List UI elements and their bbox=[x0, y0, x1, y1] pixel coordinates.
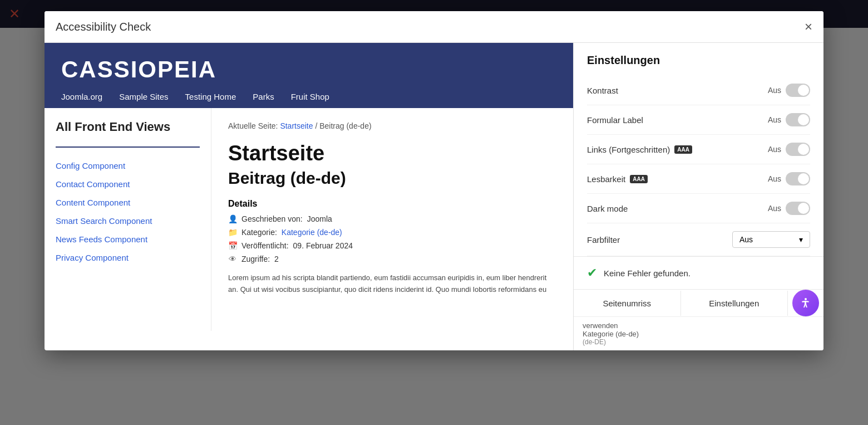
nav-item-joomla[interactable]: Joomla.org bbox=[61, 92, 102, 108]
setting-name-lesbarkeit: Lesbarkeit bbox=[587, 174, 625, 184]
detail-author: 👤 Geschrieben von: Joomla bbox=[228, 214, 556, 223]
modal-body: CASSIOPEIA Joomla.org Sample Sites Testi… bbox=[45, 43, 823, 350]
sidebar-item-news-feeds[interactable]: News Feeds Component bbox=[45, 230, 211, 248]
setting-value-formular: Aus bbox=[768, 115, 781, 124]
modal-header: Accessibility Check × bbox=[45, 11, 823, 43]
published-prefix: Veröffentlicht: bbox=[241, 241, 289, 250]
setting-label-formular: Formular Label bbox=[587, 115, 643, 125]
no-errors-text: Keine Fehler gefunden. bbox=[604, 268, 691, 278]
farbfilter-value: Aus bbox=[739, 235, 753, 244]
setting-control-formular: Aus bbox=[768, 113, 810, 126]
check-icon: ✔ bbox=[587, 266, 597, 280]
sidebar-item-contact[interactable]: Contact Component bbox=[45, 175, 211, 193]
accessibility-fab-button[interactable] bbox=[792, 290, 819, 316]
setting-label-darkmode: Dark mode bbox=[587, 204, 628, 213]
setting-name-kontrast: Kontrast bbox=[587, 86, 618, 95]
site-main: All Front End Views Config Component Con… bbox=[45, 108, 573, 331]
svg-point-0 bbox=[805, 298, 807, 300]
setting-value-kontrast: Aus bbox=[768, 86, 781, 95]
site-sidebar: All Front End Views Config Component Con… bbox=[45, 108, 211, 331]
setting-control-kontrast: Aus bbox=[768, 84, 810, 97]
setting-label-farbfilter: Farbfilter bbox=[587, 235, 620, 245]
setting-toggle-lesbarkeit[interactable] bbox=[786, 172, 810, 185]
detail-views: 👁 Zugriffe: 2 bbox=[228, 255, 556, 263]
breadcrumb-prefix: Aktuelle Seite: bbox=[228, 121, 278, 130]
breadcrumb-home[interactable]: Startseite bbox=[280, 121, 313, 130]
author-value: Joomla bbox=[307, 214, 332, 223]
right-extra-locale: (de-DE) bbox=[583, 338, 815, 346]
sidebar-item-config[interactable]: Config Component bbox=[45, 157, 211, 175]
nav-item-parks[interactable]: Parks bbox=[253, 92, 274, 108]
website-preview: CASSIOPEIA Joomla.org Sample Sites Testi… bbox=[45, 43, 573, 350]
setting-control-lesbarkeit: Aus bbox=[768, 172, 810, 185]
page-sub-title: Beitrag (de-de) bbox=[228, 169, 556, 188]
setting-name-darkmode: Dark mode bbox=[587, 204, 628, 213]
farbfilter-dropdown[interactable]: Aus ▾ bbox=[732, 231, 810, 248]
sidebar-item-privacy[interactable]: Privacy Component bbox=[45, 248, 211, 267]
body-text: Lorem ipsum ad his scripta blandit parti… bbox=[228, 272, 556, 296]
setting-toggle-formular[interactable] bbox=[786, 113, 810, 126]
sidebar-divider bbox=[56, 146, 200, 148]
site-logo: CASSIOPEIA bbox=[61, 56, 556, 83]
settings-status: ✔ Keine Fehler gefunden. bbox=[574, 256, 823, 289]
setting-row-farbfilter: Farbfilter Aus ▾ bbox=[587, 223, 810, 256]
setting-toggle-kontrast[interactable] bbox=[786, 84, 810, 97]
views-prefix: Zugriffe: bbox=[241, 255, 270, 263]
right-extra-verwenden: verwenden bbox=[583, 321, 815, 330]
detail-category: 📁 Kategorie: Kategorie (de-de) bbox=[228, 228, 556, 237]
setting-badge-links: AAA bbox=[674, 145, 692, 154]
accessibility-check-modal: Accessibility Check × CASSIOPEIA Joomla.… bbox=[45, 11, 823, 350]
setting-value-links: Aus bbox=[768, 145, 781, 154]
breadcrumb-current: Beitrag (de-de) bbox=[319, 121, 371, 130]
nav-item-testing[interactable]: Testing Home bbox=[185, 92, 236, 108]
seitenumriss-button[interactable]: Seitenumriss bbox=[574, 291, 681, 316]
setting-value-darkmode: Aus bbox=[768, 204, 781, 213]
settings-panel-title: Einstellungen bbox=[574, 43, 823, 76]
setting-row-formular: Formular Label Aus bbox=[587, 105, 810, 135]
nav-item-fruit[interactable]: Fruit Shop bbox=[291, 92, 329, 108]
category-prefix: Kategorie: bbox=[241, 228, 277, 237]
calendar-icon: 📅 bbox=[228, 241, 237, 250]
page-main-title: Startseite bbox=[228, 141, 556, 165]
setting-control-darkmode: Aus bbox=[768, 202, 810, 215]
site-content: Aktuelle Seite: Startseite / Beitrag (de… bbox=[211, 108, 573, 331]
modal-close-button[interactable]: × bbox=[805, 20, 812, 33]
folder-icon: 📁 bbox=[228, 228, 237, 237]
setting-badge-lesbarkeit: AAA bbox=[630, 175, 648, 183]
details-label: Details bbox=[228, 199, 556, 209]
setting-label-kontrast: Kontrast bbox=[587, 86, 618, 95]
modal-overlay: Accessibility Check × CASSIOPEIA Joomla.… bbox=[0, 0, 868, 425]
author-prefix: Geschrieben von: bbox=[241, 214, 303, 223]
setting-label-lesbarkeit: Lesbarkeit AAA bbox=[587, 174, 648, 184]
einstellungen-button[interactable]: Einstellungen bbox=[681, 291, 788, 316]
setting-label-links: Links (Fortgeschritten) AAA bbox=[587, 145, 692, 154]
views-count: 2 bbox=[274, 255, 279, 263]
setting-toggle-darkmode[interactable] bbox=[786, 202, 810, 215]
site-nav: Joomla.org Sample Sites Testing Home Par… bbox=[61, 92, 556, 108]
settings-footer: Seitenumriss Einstellungen bbox=[574, 289, 823, 316]
person-icon: 👤 bbox=[228, 214, 237, 223]
detail-published: 📅 Veröffentlicht: 09. Februar 2024 bbox=[228, 241, 556, 250]
modal-title: Accessibility Check bbox=[56, 21, 151, 33]
farbfilter-chevron-icon: ▾ bbox=[799, 235, 803, 244]
setting-value-lesbarkeit: Aus bbox=[768, 174, 781, 183]
setting-name-formular: Formular Label bbox=[587, 115, 643, 125]
breadcrumb: Aktuelle Seite: Startseite / Beitrag (de… bbox=[228, 121, 556, 130]
right-extra-kategorie: Kategorie (de-de) bbox=[583, 330, 815, 338]
setting-control-farbfilter: Aus ▾ bbox=[732, 231, 810, 248]
published-date: 09. Februar 2024 bbox=[293, 241, 353, 250]
details-section: Details 👤 Geschrieben von: Joomla 📁 Kate… bbox=[228, 199, 556, 263]
right-extra-section: verwenden Kategorie (de-de) (de-DE) bbox=[574, 316, 823, 350]
category-link[interactable]: Kategorie (de-de) bbox=[282, 228, 342, 237]
site-header: CASSIOPEIA Joomla.org Sample Sites Testi… bbox=[45, 43, 573, 108]
sidebar-item-content[interactable]: Content Component bbox=[45, 193, 211, 212]
setting-row-darkmode: Dark mode Aus bbox=[587, 194, 810, 223]
nav-item-sample[interactable]: Sample Sites bbox=[119, 92, 168, 108]
setting-toggle-links[interactable] bbox=[786, 143, 810, 156]
eye-icon: 👁 bbox=[228, 255, 237, 263]
setting-name-links: Links (Fortgeschritten) bbox=[587, 145, 670, 154]
sidebar-heading: All Front End Views bbox=[45, 119, 211, 146]
sidebar-item-smart-search[interactable]: Smart Search Component bbox=[45, 212, 211, 230]
setting-row-lesbarkeit: Lesbarkeit AAA Aus bbox=[587, 164, 810, 194]
setting-control-links: Aus bbox=[768, 143, 810, 156]
